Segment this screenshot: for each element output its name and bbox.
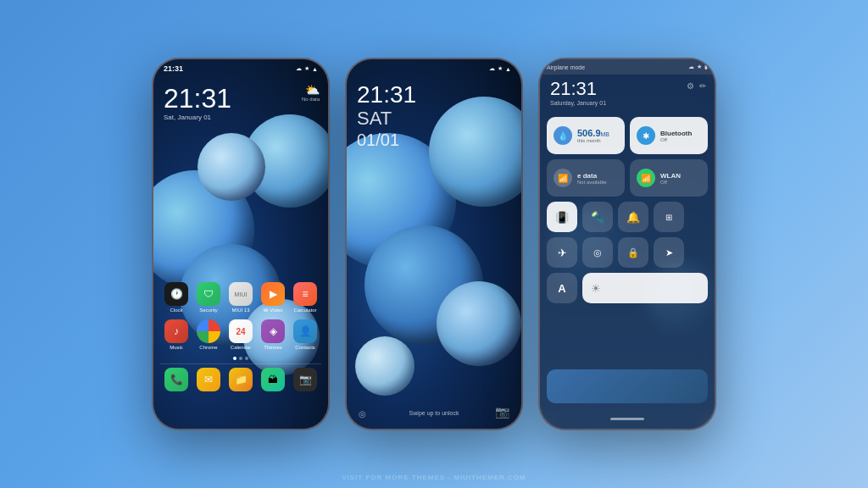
- app-miui[interactable]: MIUI MIUI 13: [229, 282, 253, 313]
- wlan-tile[interactable]: 📶 WLAN Off: [630, 159, 708, 197]
- app-row-1: 🕐 Clock 🛡 Security MIUI MIUI 13 ▶ Mi Vid…: [160, 282, 321, 313]
- airplane-btn[interactable]: ✈: [547, 237, 577, 268]
- data-icon: 💧: [554, 126, 572, 145]
- control-grid: 💧 506.9MB this month ✱ Bluetooth Off: [547, 117, 708, 308]
- status-icon-signal: ▲: [312, 66, 318, 72]
- ctrl-time: 21:31: [550, 78, 606, 100]
- wlan-title: WLAN: [660, 172, 681, 180]
- page-dots: [160, 357, 321, 360]
- signal-tile-text: e data Not available: [577, 172, 607, 185]
- app-calculator[interactable]: ≡ Calculator: [293, 282, 317, 313]
- app-preview: [547, 369, 708, 403]
- app-row-2: ♪ Music Chrome 24 Calendar ◈ Themes 👤: [160, 319, 321, 350]
- lock-clock: 21:31 SAT 01/01: [357, 83, 416, 149]
- app-camera[interactable]: 📷: [293, 368, 317, 391]
- ctrl-buttons-row-1: 📳 🔦 🔔 ⊞: [547, 202, 708, 232]
- privacy-btn[interactable]: ◎: [582, 237, 613, 268]
- brightness-icon: ☀: [591, 282, 601, 295]
- home-clock: 21:31 Sat, January 01: [164, 85, 231, 121]
- swipe-hint: Swipe up to unlock: [409, 410, 459, 416]
- app-themes[interactable]: ◈ Themes: [261, 319, 285, 350]
- data-tile[interactable]: 💧 506.9MB this month: [547, 117, 625, 154]
- app-clock[interactable]: 🕐 Clock: [164, 282, 188, 313]
- app-music[interactable]: ♪ Music: [164, 319, 188, 350]
- auto-brightness-btn[interactable]: A: [547, 273, 577, 303]
- weather-label: No data: [302, 97, 320, 102]
- lock-time: 21:31: [357, 83, 416, 107]
- fingerprint-icon[interactable]: ◎: [359, 409, 366, 419]
- ctrl-cloud-icon: ☁: [688, 64, 694, 70]
- app-security[interactable]: 🛡 Security: [197, 282, 220, 313]
- signal-tile[interactable]: 📶 e data Not available: [547, 159, 625, 197]
- control-clock: 21:31 Saturday, January 01: [550, 78, 606, 106]
- ctrl-row-1: 💧 506.9MB this month ✱ Bluetooth Off: [547, 117, 708, 154]
- home-date: Sat, January 01: [164, 114, 231, 121]
- app-mivideo[interactable]: ▶ Mi Video: [261, 282, 285, 313]
- app-files[interactable]: 📁: [229, 368, 253, 391]
- home-indicator: [610, 418, 644, 420]
- wifi-icon: 📶: [637, 169, 655, 187]
- ctrl-buttons-row-2: ✈ ◎ 🔒 ➤: [547, 237, 708, 268]
- signal-icon: 📶: [554, 169, 572, 187]
- weather-icon: ⛅: [305, 83, 320, 97]
- status-bar-2: ☁ ★ ▲: [347, 59, 521, 78]
- bluetooth-tile[interactable]: ✱ Bluetooth Off: [630, 117, 708, 154]
- brightness-slider[interactable]: ☀: [582, 273, 708, 303]
- ctrl-row-2: 📶 e data Not available 📶 WLAN Off: [547, 159, 708, 197]
- location-btn[interactable]: ➤: [654, 237, 684, 268]
- flashlight-btn[interactable]: 🔦: [582, 202, 613, 232]
- ctrl-bt-icon: ★: [697, 64, 702, 70]
- wlan-tile-text: WLAN Off: [660, 172, 681, 185]
- app-notes[interactable]: ✉: [197, 368, 220, 391]
- brightness-row: A ☀: [547, 273, 708, 303]
- lock-btn[interactable]: 🔒: [618, 237, 648, 268]
- app-contacts[interactable]: 👤 Contacts: [293, 319, 317, 350]
- phone-2: ☁ ★ ▲ 21:31 SAT 01/01 Swipe up to unlock…: [345, 58, 523, 430]
- status-icon-cloud: ☁: [296, 65, 302, 72]
- data-month: this month: [577, 138, 609, 143]
- ctrl-battery-icon: ▮: [704, 64, 708, 70]
- lock-day: SAT: [357, 108, 416, 129]
- status-bar-1: 21:31 ☁ ★ ▲: [153, 59, 328, 78]
- weather-widget: ⛅ No data: [302, 83, 320, 102]
- status-time-1: 21:31: [164, 64, 183, 73]
- phone-3: Airplane mode ☁ ★ ▮ 21:31 Saturday, Janu…: [538, 58, 716, 430]
- app-chrome[interactable]: Chrome: [197, 319, 220, 350]
- ctrl-edit-area: ⚙ ✏: [687, 81, 706, 91]
- app-gallery[interactable]: 🏔: [261, 368, 285, 391]
- home-time: 21:31: [164, 85, 231, 112]
- airplane-mode-label: Airplane mode: [547, 64, 585, 70]
- bluetooth-tile-text: Bluetooth Off: [660, 130, 692, 142]
- camera-shortcut[interactable]: 📷: [495, 405, 509, 419]
- app-grid: 🕐 Clock 🛡 Security MIUI MIUI 13 ▶ Mi Vid…: [153, 282, 328, 395]
- signal-status: Not available: [577, 180, 607, 185]
- watermark: VISIT FOR MORE THEMES - MIUITHEMER.COM: [342, 474, 526, 481]
- ctrl-date: Saturday, January 01: [550, 100, 606, 106]
- bell-btn[interactable]: 🔔: [618, 202, 648, 232]
- app-phone[interactable]: 📞: [164, 368, 188, 391]
- bluetooth-title: Bluetooth: [660, 130, 692, 137]
- phone-1: 21:31 ☁ ★ ▲ 21:31 Sat, January 01 ⛅ No d…: [152, 58, 330, 430]
- data-tile-text: 506.9MB this month: [577, 128, 609, 143]
- data-value: 506.9MB: [577, 128, 609, 138]
- vibrate-btn[interactable]: 📳: [547, 202, 577, 232]
- dock: 📞 ✉ 📁 🏔 📷: [160, 363, 321, 395]
- bluetooth-status: Off: [660, 137, 692, 142]
- control-status-bar: Airplane mode ☁ ★ ▮: [540, 59, 715, 75]
- status-icon-bt: ★: [304, 65, 309, 72]
- settings-icon[interactable]: ⚙: [687, 81, 694, 91]
- edit-icon[interactable]: ✏: [699, 81, 706, 91]
- wlan-status: Off: [660, 180, 681, 185]
- bluetooth-icon: ✱: [637, 126, 655, 145]
- app-calendar[interactable]: 24 Calendar: [229, 319, 253, 350]
- grid-btn[interactable]: ⊞: [654, 202, 684, 232]
- signal-title: e data: [577, 172, 607, 180]
- lock-date: 01/01: [357, 130, 416, 149]
